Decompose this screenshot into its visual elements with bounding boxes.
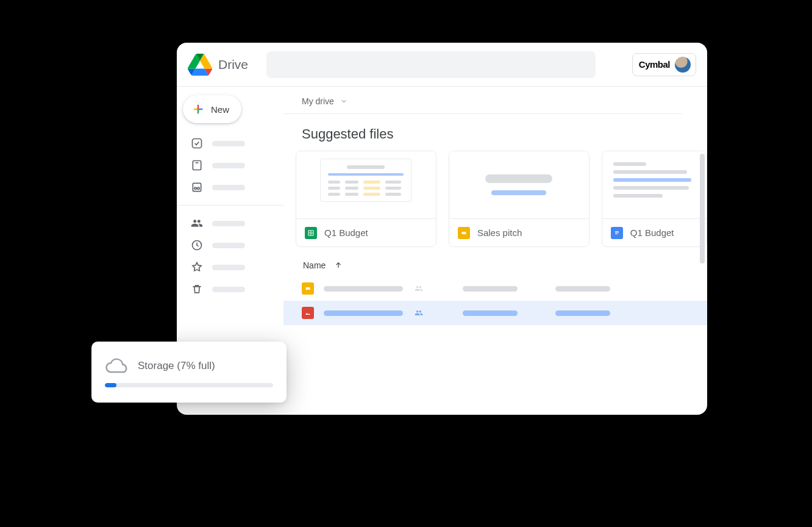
star-icon — [190, 260, 204, 274]
storage-label: Storage (7% full) — [138, 360, 215, 372]
sidebar-item-shareddrives[interactable] — [183, 178, 277, 196]
new-button-label: New — [211, 104, 229, 115]
main-content: My drive Suggested files — [283, 87, 707, 415]
avatar — [675, 57, 691, 73]
breadcrumb[interactable]: My drive — [283, 96, 683, 114]
docs-icon — [611, 227, 623, 239]
shared-icon — [413, 284, 425, 293]
svg-rect-8 — [306, 287, 310, 290]
card-title: Sales pitch — [477, 228, 522, 238]
suggested-cards: Q1 Budget Sales pitch — [283, 151, 707, 247]
app-title: Drive — [218, 57, 248, 72]
clock-icon — [190, 238, 204, 252]
breadcrumb-label: My drive — [302, 96, 334, 106]
sidebar-item-starred[interactable] — [183, 258, 277, 276]
new-button[interactable]: New — [183, 95, 241, 123]
suggested-card[interactable]: Q1 Budget — [602, 151, 707, 247]
people-icon — [190, 217, 204, 230]
column-name: Name — [303, 260, 326, 270]
search-input[interactable] — [266, 51, 596, 78]
image-icon — [302, 307, 314, 319]
app-header: Drive Cymbal — [177, 43, 707, 87]
svg-rect-1 — [193, 161, 201, 170]
sheets-icon — [305, 227, 317, 239]
storage-progress — [105, 383, 273, 387]
storage-widget[interactable]: Storage (7% full) — [91, 342, 287, 403]
account-switcher[interactable]: Cymbal — [632, 53, 696, 76]
file-row-selected[interactable] — [283, 301, 707, 325]
thumbnail — [296, 151, 436, 218]
card-title: Q1 Budget — [630, 228, 674, 238]
sidebar-item-mydrive[interactable] — [183, 156, 277, 174]
svg-rect-7 — [461, 232, 466, 234]
suggested-card[interactable]: Sales pitch — [449, 151, 589, 247]
drive-outline-icon — [190, 159, 204, 172]
sidebar-item-shared[interactable] — [183, 214, 277, 232]
scrollbar[interactable] — [700, 154, 705, 264]
svg-point-4 — [198, 187, 199, 189]
suggested-card[interactable]: Q1 Budget — [296, 151, 436, 247]
sort-asc-icon — [334, 261, 343, 270]
suggested-title: Suggested files — [302, 126, 707, 142]
slides-icon — [458, 227, 470, 239]
shared-drives-icon — [190, 181, 204, 194]
thumbnail — [449, 151, 589, 218]
sidebar-item-priority[interactable] — [183, 134, 277, 152]
slides-icon — [302, 282, 314, 295]
drive-logo-icon — [188, 54, 212, 76]
svg-rect-2 — [193, 183, 201, 191]
cloud-icon — [105, 357, 129, 375]
thumbnail — [602, 151, 707, 218]
plus-icon — [191, 102, 205, 116]
list-header[interactable]: Name — [283, 247, 707, 276]
trash-icon — [190, 282, 204, 296]
storage-progress-fill — [105, 383, 116, 387]
sidebar-item-recent[interactable] — [183, 236, 277, 254]
sidebar-item-trash[interactable] — [183, 280, 277, 298]
file-row[interactable] — [283, 276, 707, 301]
brand-label: Cymbal — [639, 59, 670, 70]
check-square-icon — [190, 137, 204, 150]
card-title: Q1 Budget — [324, 228, 368, 238]
shared-icon — [413, 309, 425, 317]
chevron-down-icon — [340, 98, 347, 105]
svg-point-3 — [194, 187, 196, 189]
svg-rect-0 — [193, 139, 202, 148]
